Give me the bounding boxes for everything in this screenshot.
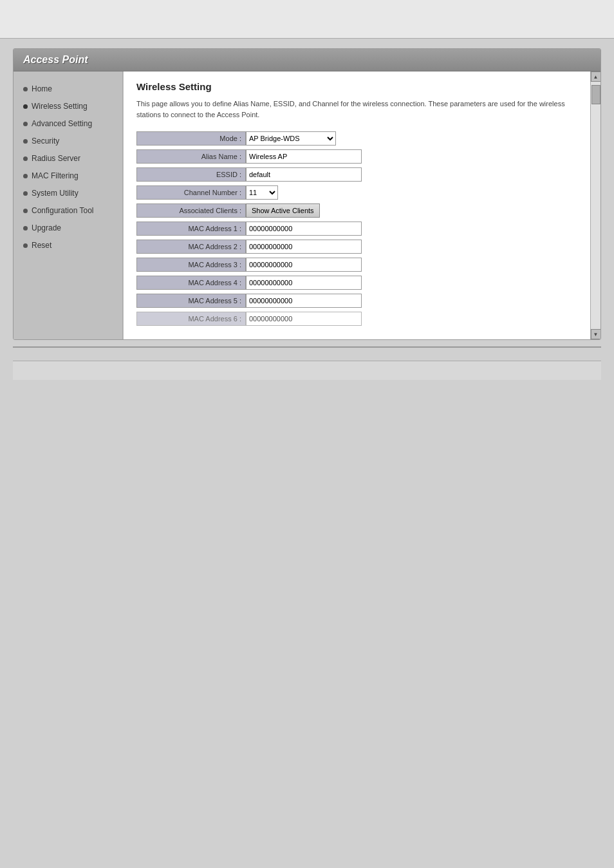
sidebar-item-upgrade[interactable]: Upgrade bbox=[20, 220, 116, 236]
form-row-channel: Channel Number : 11 bbox=[136, 185, 577, 200]
top-bar bbox=[0, 0, 614, 39]
associated-label: Associated Clients : bbox=[136, 203, 246, 218]
mac3-field bbox=[246, 258, 452, 272]
sidebar-label-system-utility: System Utility bbox=[32, 189, 79, 198]
form-row-essid: ESSID : bbox=[136, 167, 577, 182]
sidebar-item-mac-filtering[interactable]: MAC Filtering bbox=[20, 168, 116, 184]
sidebar-label-mac-filtering: MAC Filtering bbox=[32, 171, 79, 180]
mac6-label: MAC Address 6 : bbox=[136, 312, 246, 326]
channel-select[interactable]: 11 bbox=[246, 185, 278, 200]
sidebar-item-configuration-tool[interactable]: Configuration Tool bbox=[20, 203, 116, 218]
bullet-icon bbox=[23, 139, 28, 144]
bullet-icon bbox=[23, 226, 28, 231]
form-row-mac3: MAC Address 3 : bbox=[136, 258, 577, 272]
form-row-mac5: MAC Address 5 : bbox=[136, 294, 577, 308]
form-row-mac4: MAC Address 4 : bbox=[136, 276, 577, 290]
form-row-mac2: MAC Address 2 : bbox=[136, 240, 577, 254]
sidebar-label-upgrade: Upgrade bbox=[32, 223, 61, 232]
sidebar-item-system-utility[interactable]: System Utility bbox=[20, 185, 116, 201]
bottom-bar bbox=[13, 361, 601, 380]
bullet-icon bbox=[23, 174, 28, 178]
alias-label: Alias Name : bbox=[136, 149, 246, 164]
scroll-track bbox=[591, 82, 600, 329]
bullet-icon bbox=[23, 104, 28, 109]
mode-select[interactable]: AP Bridge-WDS bbox=[246, 131, 336, 146]
outer-wrapper: Access Point Home Wireless Setting Advan… bbox=[0, 39, 614, 390]
sidebar-item-reset[interactable]: Reset bbox=[20, 238, 116, 253]
mac3-label: MAC Address 3 : bbox=[136, 258, 246, 272]
bullet-icon bbox=[23, 87, 28, 91]
sidebar-label-home: Home bbox=[32, 84, 52, 93]
mac2-label: MAC Address 2 : bbox=[136, 240, 246, 254]
mac2-field bbox=[246, 240, 452, 254]
mac6-input[interactable] bbox=[246, 312, 362, 326]
sidebar-label-reset: Reset bbox=[32, 241, 51, 250]
show-active-clients-button[interactable]: Show Active Clients bbox=[246, 203, 320, 218]
essid-input[interactable] bbox=[246, 167, 362, 182]
scroll-up-arrow[interactable]: ▲ bbox=[591, 71, 601, 82]
alias-field bbox=[246, 149, 452, 164]
bullet-icon bbox=[23, 191, 28, 196]
mac5-input[interactable] bbox=[246, 294, 362, 308]
bullet-icon bbox=[23, 243, 28, 248]
channel-label: Channel Number : bbox=[136, 185, 246, 200]
bullet-icon bbox=[23, 156, 28, 161]
form-table: Mode : AP Bridge-WDS Alias Name : bbox=[136, 131, 577, 326]
sidebar-item-wireless-setting[interactable]: Wireless Setting bbox=[20, 99, 116, 114]
mac6-field bbox=[246, 312, 452, 326]
scroll-thumb[interactable] bbox=[591, 85, 600, 104]
sidebar-item-radius-server[interactable]: Radius Server bbox=[20, 151, 116, 166]
scrollbar: ▲ ▼ bbox=[590, 71, 600, 339]
mac1-field bbox=[246, 222, 452, 236]
mac1-input[interactable] bbox=[246, 222, 362, 236]
mode-label: Mode : bbox=[136, 131, 246, 146]
mac5-label: MAC Address 5 : bbox=[136, 294, 246, 308]
sidebar-item-advanced-setting[interactable]: Advanced Setting bbox=[20, 116, 116, 131]
sidebar-label-advanced-setting: Advanced Setting bbox=[32, 119, 92, 128]
essid-field bbox=[246, 167, 452, 182]
sidebar: Home Wireless Setting Advanced Setting S… bbox=[14, 71, 123, 339]
main-content: Wireless Setting This page allows you to… bbox=[123, 71, 590, 339]
mac4-label: MAC Address 4 : bbox=[136, 276, 246, 290]
page-title: Wireless Setting bbox=[136, 81, 577, 92]
associated-field: Show Active Clients bbox=[246, 203, 452, 218]
mac2-input[interactable] bbox=[246, 240, 362, 254]
mac4-input[interactable] bbox=[246, 276, 362, 290]
sidebar-item-home[interactable]: Home bbox=[20, 81, 116, 97]
form-row-mac1: MAC Address 1 : bbox=[136, 222, 577, 236]
mac5-field bbox=[246, 294, 452, 308]
mode-field: AP Bridge-WDS bbox=[246, 131, 452, 146]
mac1-label: MAC Address 1 : bbox=[136, 222, 246, 236]
form-row-alias: Alias Name : bbox=[136, 149, 577, 164]
sidebar-label-security: Security bbox=[32, 137, 59, 146]
divider bbox=[13, 346, 601, 348]
sidebar-label-radius-server: Radius Server bbox=[32, 154, 80, 163]
essid-label: ESSID : bbox=[136, 167, 246, 182]
bullet-icon bbox=[23, 122, 28, 126]
sidebar-item-security[interactable]: Security bbox=[20, 133, 116, 149]
form-row-associated: Associated Clients : Show Active Clients bbox=[136, 203, 577, 218]
content-area: Home Wireless Setting Advanced Setting S… bbox=[14, 71, 600, 339]
channel-field: 11 bbox=[246, 185, 452, 200]
header-bar: Access Point bbox=[14, 49, 600, 71]
sidebar-label-wireless-setting: Wireless Setting bbox=[32, 102, 88, 111]
page-description: This page allows you to define Alias Nam… bbox=[136, 99, 577, 120]
sidebar-label-configuration-tool: Configuration Tool bbox=[32, 206, 94, 215]
alias-input[interactable] bbox=[246, 149, 362, 164]
app-title: Access Point bbox=[23, 54, 591, 66]
mac3-input[interactable] bbox=[246, 258, 362, 272]
main-container: Access Point Home Wireless Setting Advan… bbox=[13, 48, 601, 340]
mac4-field bbox=[246, 276, 452, 290]
scroll-down-arrow[interactable]: ▼ bbox=[591, 329, 601, 339]
bullet-icon bbox=[23, 209, 28, 213]
form-row-mac6: MAC Address 6 : bbox=[136, 312, 577, 326]
form-row-mode: Mode : AP Bridge-WDS bbox=[136, 131, 577, 146]
